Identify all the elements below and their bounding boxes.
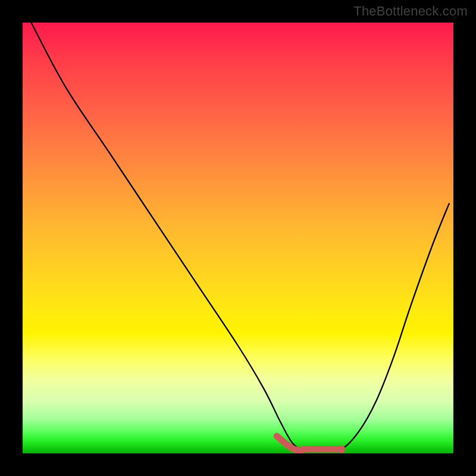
plot-area (23, 23, 453, 453)
trough-marker-segment (277, 436, 342, 450)
trough-marker-dot (337, 445, 345, 453)
bottleneck-curve (32, 23, 449, 450)
watermark-text: TheBottleneck.com (353, 4, 468, 19)
curve-layer (23, 23, 453, 453)
chart-frame: TheBottleneck.com (0, 0, 476, 476)
